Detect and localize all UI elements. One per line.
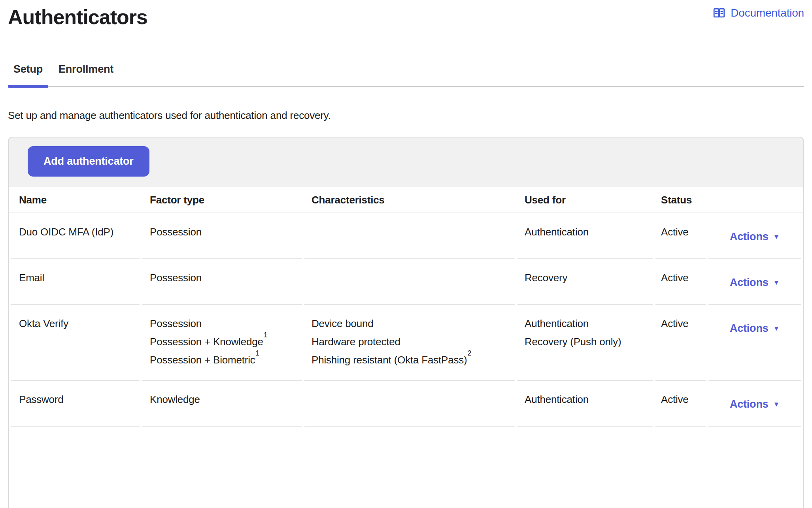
status-cell: Active xyxy=(655,213,706,259)
footnote-ref: 1 xyxy=(264,331,268,339)
column-header-characteristics: Characteristics xyxy=(304,187,515,213)
actions-menu-button[interactable]: Actions▼ xyxy=(730,398,780,410)
characteristics-cell: Device boundHardware protectedPhishing r… xyxy=(304,305,515,381)
footnote-ref: 2 xyxy=(467,349,471,357)
used-for-cell: AuthenticationRecovery (Push only) xyxy=(517,305,653,381)
authenticator-name: Password xyxy=(11,381,140,427)
actions-cell: Actions▼ xyxy=(708,305,801,381)
actions-menu-button[interactable]: Actions▼ xyxy=(730,277,780,288)
actions-cell: Actions▼ xyxy=(708,259,801,305)
cell-line: Device bound xyxy=(312,314,515,333)
cell-line: Possession xyxy=(150,269,302,287)
chevron-down-icon: ▼ xyxy=(773,401,780,408)
column-header-name: Name xyxy=(11,187,140,213)
cell-line: Hardware protected xyxy=(312,333,515,351)
table-header-row: Name Factor type Characteristics Used fo… xyxy=(9,187,803,213)
cell-line: Possession + Knowledge1 xyxy=(150,333,302,351)
factor-type-cell: Possession xyxy=(142,259,302,305)
tab-setup[interactable]: Setup xyxy=(8,63,48,86)
table-row: EmailPossessionRecoveryActiveActions▼ xyxy=(9,259,803,305)
authenticators-panel: Add authenticator Name Factor type Chara… xyxy=(8,137,804,508)
page-title: Authenticators xyxy=(8,6,147,29)
cell-line: Authentication xyxy=(525,390,653,408)
characteristics-cell xyxy=(304,259,515,305)
table-body: Duo OIDC MFA (IdP)PossessionAuthenticati… xyxy=(9,213,803,427)
footnote-ref: 1 xyxy=(256,349,260,357)
cell-line: Recovery xyxy=(525,269,653,287)
cell-line: Possession + Biometric1 xyxy=(150,351,302,369)
characteristics-cell xyxy=(304,381,515,427)
page-header: Authenticators Documentation xyxy=(8,0,804,29)
cell-line: Authentication xyxy=(525,223,653,241)
authenticator-name: Okta Verify xyxy=(11,305,140,381)
chevron-down-icon: ▼ xyxy=(773,233,780,241)
table-row: Okta VerifyPossessionPossession + Knowle… xyxy=(9,305,803,381)
factor-type-cell: PossessionPossession + Knowledge1Possess… xyxy=(142,305,302,381)
status-cell: Active xyxy=(655,381,706,427)
authenticators-table: Name Factor type Characteristics Used fo… xyxy=(9,187,803,508)
documentation-link[interactable]: Documentation xyxy=(712,6,804,20)
authenticator-name: Duo OIDC MFA (IdP) xyxy=(11,213,140,259)
used-for-cell: Authentication xyxy=(517,381,653,427)
used-for-cell: Authentication xyxy=(517,213,653,259)
table-row: Duo OIDC MFA (IdP)PossessionAuthenticati… xyxy=(9,213,803,259)
used-for-cell: Recovery xyxy=(517,259,653,305)
column-header-actions xyxy=(708,187,801,213)
chevron-down-icon: ▼ xyxy=(773,325,780,332)
characteristics-cell xyxy=(304,213,515,259)
factor-type-cell: Possession xyxy=(142,213,302,259)
cell-line: Possession xyxy=(150,223,302,241)
column-header-status: Status xyxy=(655,187,706,213)
actions-cell: Actions▼ xyxy=(708,213,801,259)
status-cell: Active xyxy=(655,259,706,305)
chevron-down-icon: ▼ xyxy=(773,279,780,286)
book-open-icon xyxy=(712,6,726,20)
column-header-used-for: Used for xyxy=(517,187,653,213)
authenticators-page: Authenticators Documentation Setup Enrol… xyxy=(0,0,812,508)
table-empty-area xyxy=(9,427,803,508)
cell-line: Authentication xyxy=(525,314,653,333)
cell-line: Possession xyxy=(150,314,302,333)
status-cell: Active xyxy=(655,305,706,381)
documentation-link-label: Documentation xyxy=(731,7,804,19)
tab-setup-label: Setup xyxy=(13,63,43,75)
cell-line: Phishing resistant (Okta FastPass)2 xyxy=(312,351,515,369)
table-row: PasswordKnowledgeAuthenticationActiveAct… xyxy=(9,381,803,427)
cell-line: Knowledge xyxy=(150,390,302,408)
tab-enrollment-label: Enrollment xyxy=(59,63,113,75)
add-authenticator-button[interactable]: Add authenticator xyxy=(28,146,149,177)
column-header-factor-type: Factor type xyxy=(142,187,302,213)
factor-type-cell: Knowledge xyxy=(142,381,302,427)
page-description: Set up and manage authenticators used fo… xyxy=(8,109,804,122)
tab-bar: Setup Enrollment xyxy=(8,63,804,87)
panel-toolbar: Add authenticator xyxy=(9,137,803,187)
tab-enrollment[interactable]: Enrollment xyxy=(53,63,119,86)
cell-line: Recovery (Push only) xyxy=(525,333,653,351)
actions-cell: Actions▼ xyxy=(708,381,801,427)
authenticator-name: Email xyxy=(11,259,140,305)
actions-menu-button[interactable]: Actions▼ xyxy=(730,322,780,334)
actions-menu-button[interactable]: Actions▼ xyxy=(730,231,780,243)
